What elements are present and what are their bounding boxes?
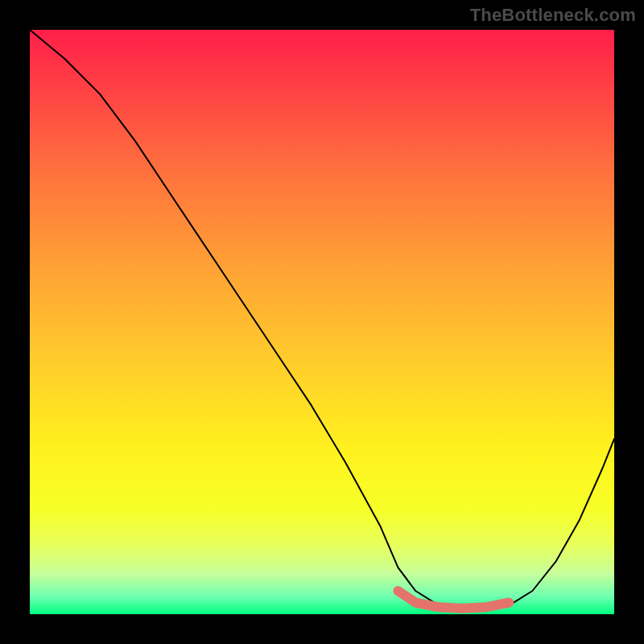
optimal-band-path	[398, 591, 509, 609]
chart-frame: TheBottleneck.com	[0, 0, 644, 644]
bottleneck-curve-path	[30, 30, 614, 609]
watermark-text: TheBottleneck.com	[470, 5, 636, 26]
curve-svg	[30, 30, 614, 614]
plot-area	[30, 30, 614, 614]
